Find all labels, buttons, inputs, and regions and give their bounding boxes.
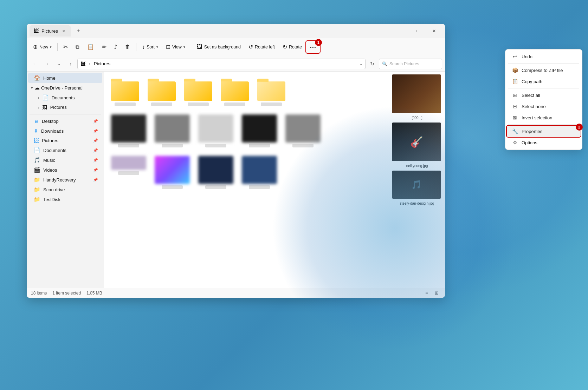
- cut-button[interactable]: ✂: [60, 41, 71, 52]
- forward-button[interactable]: →: [41, 59, 52, 69]
- context-menu: ↩ Undo 📦 Compress to ZIP file 📋 Copy pat…: [505, 49, 582, 150]
- photo-name-6: [118, 171, 139, 175]
- folder-row: [110, 77, 383, 107]
- folder-item-5[interactable]: [256, 77, 287, 107]
- photo-item-7[interactable]: [153, 154, 191, 190]
- photo-item-9[interactable]: [240, 154, 278, 190]
- toolbar-sep1: [57, 43, 58, 51]
- sidebar-item-testdisk[interactable]: 📁 TestDisk: [28, 194, 102, 204]
- delete-icon: 🗑: [125, 44, 130, 50]
- photo-item-2[interactable]: [153, 113, 191, 149]
- close-button[interactable]: ✕: [426, 25, 442, 37]
- sort-button[interactable]: ↕ Sort ▾: [138, 42, 162, 52]
- address-dropdown-icon[interactable]: ⌄: [360, 62, 362, 66]
- desktop-pin-icon: 📌: [93, 119, 98, 124]
- rotate-right-button[interactable]: ↻ Rotate: [279, 41, 305, 52]
- menu-sep1: [508, 63, 579, 64]
- share-button[interactable]: ⤴: [111, 42, 121, 52]
- rename-button[interactable]: ✏: [98, 41, 110, 52]
- set-background-button[interactable]: 🖼 Set as background: [193, 42, 244, 52]
- toolbar-sep3: [191, 43, 191, 51]
- photo-item-1[interactable]: [110, 113, 148, 149]
- options-icon: ⚙: [512, 140, 518, 145]
- sidebar-handyrecovery-label: HandyRecovery: [43, 177, 90, 183]
- tab-pictures[interactable]: 🖼 Pictures ✕: [30, 25, 71, 37]
- copy-icon: ⧉: [76, 44, 79, 50]
- new-tab-button[interactable]: +: [73, 26, 83, 36]
- menu-item-invert[interactable]: ⊠ Invert selection: [507, 112, 581, 123]
- sort-chevron-icon: ▾: [156, 45, 158, 49]
- sidebar-scan-drive-label: Scan drive: [43, 187, 98, 192]
- sidebar-downloads-label: Downloads: [41, 128, 90, 134]
- documents-icon: 📄: [42, 94, 49, 101]
- photo-item-5[interactable]: [284, 113, 322, 149]
- menu-item-compress[interactable]: 📦 Compress to ZIP file: [507, 65, 581, 76]
- photo-thumb-5: [285, 114, 321, 143]
- new-chevron-icon: ▾: [50, 45, 52, 49]
- delete-button[interactable]: 🗑: [121, 42, 134, 52]
- folder-item-3[interactable]: [183, 77, 214, 107]
- menu-item-undo[interactable]: ↩ Undo: [507, 51, 581, 62]
- handyrecovery-icon: 📁: [34, 177, 40, 183]
- folder-item-4[interactable]: [219, 77, 250, 107]
- rotate-left-button[interactable]: ↺ Rotate left: [245, 41, 278, 52]
- search-placeholder: Search Pictures: [389, 61, 419, 66]
- sidebar-item-videos[interactable]: 🎬 Videos 📌: [28, 165, 102, 175]
- menu-invert-label: Invert selection: [522, 115, 552, 120]
- copy-button[interactable]: ⧉: [72, 42, 83, 52]
- list-view-button[interactable]: ≡: [422, 289, 431, 297]
- menu-undo-label: Undo: [522, 54, 532, 59]
- file-explorer-window: 🖼 Pictures ✕ + ─ □ ✕ ⊕ New ▾ ✂ ⧉: [27, 24, 445, 298]
- sidebar-item-handyrecovery[interactable]: 📁 HandyRecovery 📌: [28, 175, 102, 185]
- more-button[interactable]: ⋯ 1: [306, 41, 320, 53]
- expand-button[interactable]: ⌄: [53, 59, 64, 69]
- address-bar[interactable]: 🖼 › Pictures ⌄: [77, 59, 366, 69]
- file-area[interactable]: [104, 72, 389, 288]
- sidebar-item-downloads[interactable]: ⬇ Downloads 📌: [28, 126, 102, 136]
- sidebar-item-music[interactable]: 🎵 Music 📌: [28, 155, 102, 165]
- right-img-1[interactable]: [392, 74, 441, 113]
- folder-item-1[interactable]: [110, 77, 141, 107]
- home-icon: 🏠: [34, 75, 40, 81]
- photo-item-6[interactable]: [110, 154, 148, 190]
- search-box[interactable]: 🔍 Search Pictures: [379, 59, 442, 69]
- up-button[interactable]: ↑: [65, 59, 76, 69]
- grid-view-button[interactable]: ⊞: [432, 289, 441, 297]
- photo-thumb-9: [242, 156, 277, 184]
- sidebar-item-pictures2[interactable]: 🖼 Pictures 📌: [28, 136, 102, 145]
- new-button[interactable]: ⊕ New ▾: [30, 41, 55, 52]
- right-img-2[interactable]: 🎸: [392, 123, 441, 161]
- view-button[interactable]: ⊡ View ▾: [162, 41, 189, 52]
- folder-item-2[interactable]: [146, 77, 177, 107]
- menu-item-select-none[interactable]: ⊟ Select none: [507, 101, 581, 112]
- sidebar-divider1: [30, 114, 101, 114]
- title-bar: 🖼 Pictures ✕ + ─ □ ✕: [27, 24, 445, 38]
- sidebar-onedrive-toggle[interactable]: ▾ ☁ OneDrive - Personal: [27, 83, 104, 93]
- menu-item-select-all[interactable]: ⊞ Select all: [507, 90, 581, 101]
- toolbar: ⊕ New ▾ ✂ ⧉ 📋 ✏ ⤴ 🗑 ↕ S: [27, 38, 445, 56]
- menu-item-properties[interactable]: 🔧 Properties 2: [507, 126, 581, 137]
- tab-close-button[interactable]: ✕: [61, 28, 66, 34]
- back-button[interactable]: ←: [30, 59, 40, 69]
- menu-item-copy-path[interactable]: 📋 Copy path: [507, 76, 581, 87]
- sidebar-item-scan-drive[interactable]: 📁 Scan drive: [28, 185, 102, 194]
- right-img-3[interactable]: 🎵: [392, 171, 441, 199]
- refresh-button[interactable]: ↻: [367, 59, 377, 69]
- sidebar-item-home[interactable]: 🏠 Home: [28, 73, 102, 83]
- sidebar-item-desktop[interactable]: 🖥 Desktop 📌: [28, 117, 102, 126]
- paste-button[interactable]: 📋: [84, 41, 98, 52]
- photo-item-4[interactable]: [240, 113, 278, 149]
- sidebar-item-documents2[interactable]: 📄 Documents 📌: [28, 145, 102, 155]
- status-bar: 18 items 1 item selected 1.05 MB ≡ ⊞: [27, 288, 445, 298]
- sidebar-item-documents[interactable]: › 📄 Documents: [28, 93, 102, 103]
- minimize-button[interactable]: ─: [394, 25, 410, 37]
- rename-icon: ✏: [102, 44, 106, 50]
- sidebar-item-pictures-cloud[interactable]: › 🖼 Pictures: [28, 103, 102, 112]
- folder-name-4: [224, 103, 245, 106]
- photo-item-8[interactable]: [197, 154, 235, 190]
- menu-item-options[interactable]: ⚙ Options: [507, 137, 581, 148]
- menu-select-all-label: Select all: [522, 93, 540, 98]
- photo-item-3[interactable]: [197, 113, 235, 149]
- maximize-button[interactable]: □: [410, 25, 426, 37]
- share-icon: ⤴: [114, 44, 117, 50]
